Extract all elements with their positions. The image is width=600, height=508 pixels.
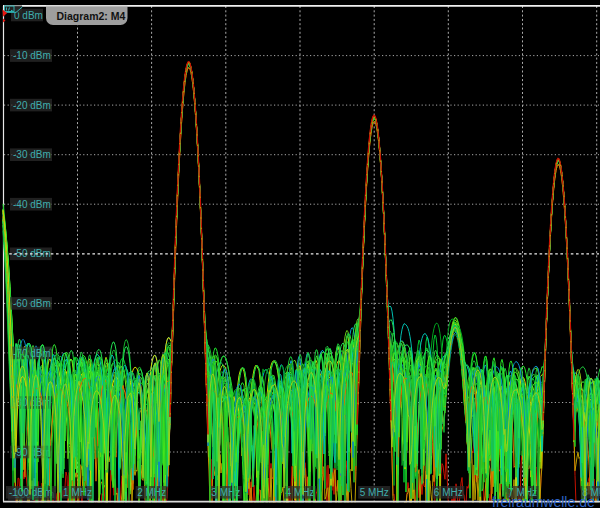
svg-text:1 MHz: 1 MHz xyxy=(63,487,92,498)
svg-text:-10 dBm: -10 dBm xyxy=(13,50,51,61)
svg-text:6 MHz: 6 MHz xyxy=(434,487,463,498)
svg-text:-20 dBm: -20 dBm xyxy=(13,100,51,111)
svg-text:Diagram2: M4: Diagram2: M4 xyxy=(57,10,126,22)
svg-text:-60 dBm: -60 dBm xyxy=(13,298,51,309)
svg-text:-40 dBm: -40 dBm xyxy=(13,199,51,210)
svg-text:5 MHz: 5 MHz xyxy=(360,487,389,498)
svg-text:freiraumwelle.de: freiraumwelle.de xyxy=(492,494,595,508)
svg-text:-30 dBm: -30 dBm xyxy=(13,149,51,160)
svg-text:2 MHz: 2 MHz xyxy=(137,487,166,498)
svg-text:4 MHz: 4 MHz xyxy=(286,487,315,498)
